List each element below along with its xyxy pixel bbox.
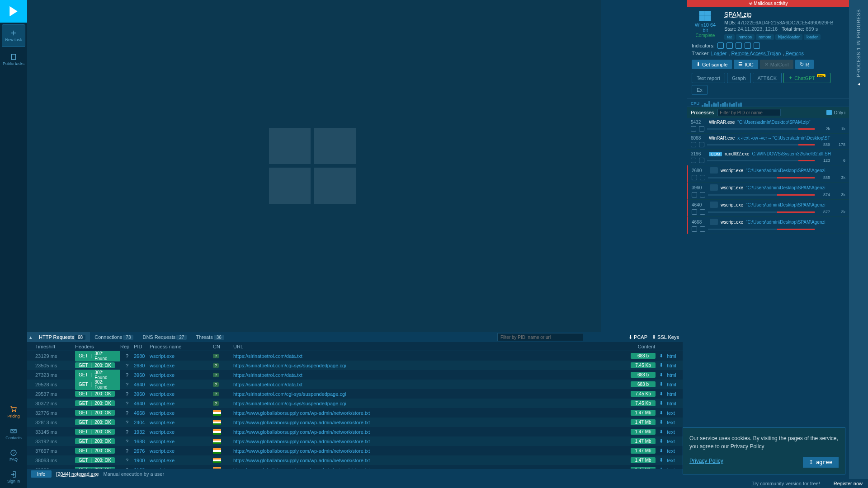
pcap-button[interactable]: ⬇ PCAP bbox=[628, 334, 647, 340]
download-icon[interactable]: ⬇ bbox=[659, 400, 663, 406]
collapse-arrow-icon[interactable]: ◂ bbox=[858, 81, 860, 86]
right-panel: ☣ Malicious activity Win10 64 bit Comple… bbox=[687, 0, 849, 488]
only-important-toggle[interactable]: Only i bbox=[826, 110, 845, 115]
vm-screen[interactable] bbox=[27, 0, 601, 332]
download-icon[interactable]: ⬇ bbox=[659, 362, 663, 368]
info-text: Manual execution by a user bbox=[104, 471, 165, 477]
login-icon bbox=[10, 471, 17, 478]
left-sidebar: New task Public tasks Pricing Contacts ?… bbox=[0, 0, 27, 488]
try-free-link[interactable]: Try community version for free! bbox=[752, 481, 820, 486]
collapse-button[interactable]: ▴ bbox=[27, 332, 34, 342]
cookie-notice: Our service uses cookies. By visiting th… bbox=[683, 427, 845, 474]
agree-button[interactable]: I agree bbox=[803, 457, 839, 468]
indicator-icon bbox=[692, 192, 697, 197]
status-label: Complete bbox=[696, 33, 715, 38]
download-icon[interactable]: ⬇ bbox=[659, 372, 663, 378]
tab-threats[interactable]: Threats36 bbox=[191, 332, 228, 342]
signin-button[interactable]: Sign In bbox=[2, 468, 25, 486]
network-filter-input[interactable] bbox=[497, 333, 583, 341]
text-report-button[interactable]: Text report bbox=[692, 73, 725, 83]
download-icon[interactable]: ⬇ bbox=[659, 419, 663, 425]
register-button[interactable]: Register now bbox=[834, 481, 863, 486]
graph-button[interactable]: Graph bbox=[727, 73, 751, 83]
download-icon[interactable]: ⬇ bbox=[659, 467, 663, 469]
download-icon[interactable]: ⬇ bbox=[659, 457, 663, 463]
tab-dns[interactable]: DNS Requests27 bbox=[138, 332, 191, 342]
attck-button[interactable]: ATT&CK bbox=[753, 73, 782, 83]
tag[interactable]: hijackloader bbox=[775, 34, 802, 40]
process-filter-input[interactable] bbox=[717, 109, 781, 116]
table-row[interactable]: 32813 ms GET|200: OK ? 2404 wscript.exe … bbox=[27, 418, 683, 427]
table-row[interactable]: 38063 ms GET|200: OK ? 1900 wscript.exe … bbox=[27, 455, 683, 465]
download-icon[interactable]: ⬇ bbox=[659, 429, 663, 435]
table-row[interactable]: 29528 ms GET|302: Found ? 4640 wscript.e… bbox=[27, 380, 683, 389]
download-icon[interactable]: ⬇ bbox=[659, 381, 663, 387]
tracker-link[interactable]: Remote Access Trojan bbox=[731, 51, 781, 56]
indicators: Indicators: bbox=[692, 42, 844, 49]
process-item[interactable]: 4668 wscript.exe "C:\Users\admin\Desktop… bbox=[687, 217, 849, 234]
public-tasks-button[interactable]: Public tasks bbox=[2, 51, 25, 69]
process-item[interactable]: 4640 wscript.exe "C:\Users\admin\Desktop… bbox=[687, 200, 849, 217]
table-row[interactable]: 38288 ms GET|200: OK ? 6128 wscript.exe … bbox=[27, 465, 683, 469]
progress-strip[interactable]: PROCESS 1 IN PROGRESS ◂ bbox=[849, 0, 868, 488]
tracker-link[interactable]: Remcos bbox=[786, 51, 804, 56]
indicator-icon bbox=[700, 192, 705, 197]
ioc-button[interactable]: ☰ IOC bbox=[734, 60, 758, 69]
contacts-button[interactable]: Contacts bbox=[2, 425, 25, 443]
tab-http[interactable]: HTTP Requests68 bbox=[34, 332, 90, 342]
tab-connections[interactable]: Connections73 bbox=[90, 332, 138, 342]
app-logo[interactable] bbox=[0, 0, 27, 23]
restart-button[interactable]: ↻ R bbox=[795, 60, 814, 69]
table-row[interactable]: 37667 ms GET|200: OK ? 2676 wscript.exe … bbox=[27, 446, 683, 455]
tag[interactable]: rat bbox=[724, 34, 735, 40]
sslkeys-button[interactable]: ⬇ SSL Keys bbox=[652, 334, 679, 340]
indicator-icon bbox=[692, 175, 697, 180]
table-row[interactable]: 29537 ms GET|200: OK ? 3960 wscript.exe … bbox=[27, 389, 683, 399]
indicator-icon bbox=[691, 142, 696, 147]
indicator-icon bbox=[700, 226, 705, 232]
privacy-link[interactable]: Privacy Policy bbox=[689, 457, 723, 468]
pricing-button[interactable]: Pricing bbox=[2, 403, 25, 421]
table-row[interactable]: 30372 ms GET|200: OK ? 4640 wscript.exe … bbox=[27, 399, 683, 408]
download-icon[interactable]: ⬇ bbox=[659, 391, 663, 397]
mail-icon bbox=[10, 427, 17, 435]
indicator-icon bbox=[692, 226, 697, 232]
process-pair-icon bbox=[710, 184, 718, 191]
table-row[interactable]: 33145 ms GET|200: OK ? 1932 wscript.exe … bbox=[27, 427, 683, 436]
new-task-button[interactable]: New task bbox=[2, 24, 25, 47]
table-row[interactable]: 27323 ms GET|302: Found ? 3960 wscript.e… bbox=[27, 370, 683, 380]
code-icon[interactable] bbox=[717, 42, 724, 49]
tools-icon[interactable] bbox=[745, 42, 751, 49]
clipboard-icon[interactable] bbox=[726, 42, 733, 49]
tag[interactable]: remote bbox=[756, 34, 774, 40]
table-row[interactable]: 33192 ms GET|200: OK ? 1688 wscript.exe … bbox=[27, 436, 683, 446]
biohazard-icon[interactable] bbox=[736, 42, 742, 49]
process-item[interactable]: 3960 wscript.exe "C:\Users\admin\Desktop… bbox=[687, 183, 849, 200]
process-item[interactable]: 2680 wscript.exe "C:\Users\admin\Desktop… bbox=[687, 165, 849, 183]
sample-name[interactable]: SPAM.zip bbox=[724, 11, 844, 18]
process-item[interactable]: 3196 COM rundll32.exe C:\WINDOWS\System3… bbox=[687, 150, 849, 165]
info-tab[interactable]: Info bbox=[31, 470, 52, 478]
faq-label: FAQ bbox=[9, 457, 18, 462]
get-sample-button[interactable]: ⬇ Get sample bbox=[692, 60, 732, 69]
copy-icon[interactable] bbox=[754, 42, 760, 49]
svg-text:?: ? bbox=[13, 451, 15, 455]
table-row[interactable]: 23505 ms GET|200: OK ? 2680 wscript.exe … bbox=[27, 361, 683, 370]
download-icon[interactable]: ⬇ bbox=[659, 438, 663, 444]
tracker: Tracker: Loader, Remote Access Trojan, R… bbox=[692, 51, 844, 56]
cart-icon bbox=[10, 406, 17, 413]
faq-button[interactable]: ? FAQ bbox=[2, 446, 25, 465]
process-item[interactable]: 6068 WinRAR.exe x -iext -ow -ver -- "C:\… bbox=[687, 134, 849, 150]
tag[interactable]: remcos bbox=[736, 34, 755, 40]
tag[interactable]: loader bbox=[804, 34, 821, 40]
table-row[interactable]: 32776 ms GET|200: OK ? 4668 wscript.exe … bbox=[27, 408, 683, 418]
table-row[interactable]: 23129 ms GET|302: Found ? 2680 wscript.e… bbox=[27, 351, 683, 361]
download-icon[interactable]: ⬇ bbox=[659, 353, 663, 359]
export-button[interactable]: Ex bbox=[692, 85, 708, 95]
tracker-link[interactable]: Loader bbox=[711, 51, 726, 56]
process-item[interactable]: 5432 WinRAR.exe "C:\Users\admin\Desktop\… bbox=[687, 118, 849, 134]
download-icon[interactable]: ⬇ bbox=[659, 410, 663, 416]
info-process[interactable]: [2044] notepad.exe bbox=[56, 471, 99, 477]
chatgpt-button[interactable]: ✦ ChatGPTnew bbox=[783, 73, 830, 83]
download-icon[interactable]: ⬇ bbox=[659, 448, 663, 454]
